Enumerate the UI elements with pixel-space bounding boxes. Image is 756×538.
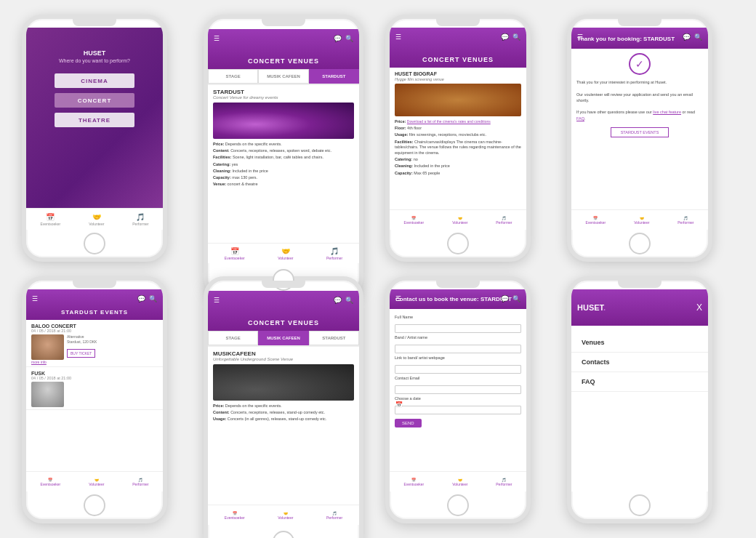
event-image-1 (31, 334, 64, 360)
phone-7: ☰ 💬 🔍 Contact us to book the venue: STAR… (385, 276, 531, 523)
bnav-performer-4[interactable]: 🎵 Performer (677, 216, 693, 225)
nav-label-1a: Eventsoeker (40, 222, 60, 226)
nav-eventsoekar-1[interactable]: 📅 Eventsoeker (40, 213, 60, 226)
input-band[interactable] (395, 345, 521, 353)
chat-icon-6[interactable]: 💬 (334, 297, 342, 304)
menu-item-faq[interactable]: FAQ (571, 372, 708, 392)
home-btn-8[interactable] (629, 494, 651, 516)
menu-icon-4[interactable]: ☰ (577, 33, 583, 41)
bnav-eventsoeker-5[interactable]: 📅 Eventsoeker (40, 478, 60, 486)
menu-icon-2[interactable]: ☰ (214, 35, 220, 42)
bnav-label-2a: Eventsoeker (225, 256, 245, 260)
detail-capacity-2: Capacity: max 130 pers. (213, 175, 354, 181)
bnav-label-6c: Performer (326, 515, 342, 520)
bnav-eventsoeker-6[interactable]: 📅 Eventsoeker (225, 511, 245, 520)
menu-icon-7[interactable]: ☰ (395, 295, 401, 302)
bnav-performer-2[interactable]: 🎵 Performer (326, 247, 342, 260)
faq-link[interactable]: FAQ (576, 116, 584, 121)
checkmark-icon: ✓ (629, 53, 651, 75)
search-icon-3[interactable]: 🔍 (512, 33, 520, 41)
bnav-performer-7[interactable]: 🎵 Performer (496, 478, 512, 486)
theatre-button[interactable]: THEATRE (55, 113, 134, 127)
bnav-volunteer-3[interactable]: 🤝 Volunteer (452, 216, 467, 225)
landing-title: HUSET (84, 49, 106, 57)
home-btn-1[interactable] (84, 233, 105, 254)
chat-icon-7[interactable]: 💬 (501, 295, 509, 302)
tab-stage-2[interactable]: STAGE (208, 69, 258, 84)
close-menu-button[interactable]: X (696, 302, 702, 313)
send-button[interactable]: SEND (395, 419, 422, 427)
event-item-2: FUSK 04 / 05 / 2018 at 21:00 (26, 367, 163, 410)
musikcafeen-title: CONCERT VENUES (248, 319, 319, 326)
home-btn-4[interactable] (629, 233, 651, 254)
event-item-1: BALOO CONCERT 04 / 05 / 2018 at 21:00 Al… (26, 320, 163, 367)
bnav-performer-5[interactable]: 🎵 Performer (132, 478, 148, 486)
bnav-eventsoeker-2[interactable]: 📅 Eventsoeker (225, 247, 245, 260)
search-icon-5[interactable]: 🔍 (149, 295, 157, 302)
home-btn-6[interactable] (273, 531, 294, 538)
bnav-label-4c: Performer (677, 220, 693, 225)
live-chat-link[interactable]: live chat feature (653, 110, 681, 114)
input-date[interactable] (395, 406, 521, 414)
input-email[interactable] (395, 385, 521, 394)
input-fullname[interactable] (395, 324, 521, 333)
tab-stardust-6[interactable]: STARDUST (309, 331, 359, 345)
chat-icon-4[interactable]: 💬 (683, 33, 691, 41)
menu-icon-6[interactable]: ☰ (214, 297, 220, 304)
contact-form-screen: ☰ 💬 🔍 Contact us to book the venue: STAR… (390, 289, 526, 491)
bnav-eventsoeker-4[interactable]: 📅 Eventsoeker (585, 216, 606, 225)
header-icons-6: 💬 🔍 (334, 297, 353, 304)
volunteer-icon: 🤝 (92, 213, 101, 221)
concert-button[interactable]: CONCERT (55, 93, 134, 108)
chat-icon-5[interactable]: 💬 (137, 295, 145, 302)
search-icon-6[interactable]: 🔍 (345, 297, 353, 304)
menu-icon-3[interactable]: ☰ (395, 33, 401, 41)
bnav-volunteer-7[interactable]: 🤝 Volunteer (452, 478, 467, 486)
bottom-nav-4: 📅 Eventsoeker 🤝 Volunteer 🎵 Performer (571, 209, 708, 230)
menu-item-contacts[interactable]: Contacts (571, 353, 708, 372)
cinema-button[interactable]: CINEMA (55, 73, 134, 88)
bnav-volunteer-6[interactable]: 🤝 Volunteer (278, 511, 293, 520)
contact-header: ☰ 💬 🔍 Contact us to book the venue: STAR… (390, 289, 526, 309)
events-header: ☰ 💬 🔍 STARDUST EVENTS (26, 289, 163, 320)
bnav-performer-6[interactable]: 🎵 Performer (326, 511, 342, 520)
tab-musikcafeen-6[interactable]: MUSIK CAFEEN (258, 331, 308, 345)
more-info-1[interactable]: more info (31, 360, 158, 364)
menu-icon-5[interactable]: ☰ (32, 295, 38, 302)
chat-icon-3[interactable]: 💬 (501, 33, 509, 41)
tab-stage-6[interactable]: STAGE (208, 331, 258, 345)
bnav-eventsoeker-3[interactable]: 📅 Eventsoeker (403, 216, 424, 225)
screen-2: ☰ 💬 🔍 CONCERT VENUES STAGE MUSIK CAFEEN … (208, 29, 359, 263)
nav-performer-1[interactable]: 🎵 Performer (132, 213, 148, 226)
menu-item-venues[interactable]: Venues (571, 333, 708, 353)
bnav-performer-3[interactable]: 🎵 Performer (496, 216, 512, 225)
menu-items-list: Venues Contacts FAQ (571, 326, 708, 491)
tab-musikcafeen-2[interactable]: MUSIK CAFEEN (258, 69, 308, 84)
label-date: Choose a date (395, 396, 521, 401)
search-icon-2[interactable]: 🔍 (345, 35, 353, 42)
bnav-eventsoeker-7[interactable]: 📅 Eventsoeker (403, 478, 424, 486)
buy-ticket-button-1[interactable]: BUY TICKET (67, 349, 95, 358)
tab-row-6: STAGE MUSIK CAFEEN STARDUST (208, 331, 359, 347)
phone-notch-6 (262, 281, 305, 288)
biograf-usage: Usage: film screenings, receptions, movi… (395, 132, 521, 138)
home-btn-5[interactable] (84, 494, 105, 516)
thankyou-body: Thak you for your interestet in performi… (571, 79, 708, 121)
biograf-catering: Catering: no (395, 157, 521, 163)
bnav-volunteer-4[interactable]: 🤝 Volunteer (634, 216, 649, 225)
search-icon-7[interactable]: 🔍 (512, 295, 520, 302)
tab-stardust-2[interactable]: STARDUST (309, 69, 359, 84)
chat-icon-2[interactable]: 💬 (334, 35, 342, 42)
phone-notch-4 (618, 19, 662, 26)
home-btn-7[interactable] (447, 494, 469, 516)
search-icon-4[interactable]: 🔍 (694, 33, 702, 41)
phone-8: HUSET. X Venues Contacts FAQ (567, 276, 712, 523)
input-webpage[interactable] (395, 365, 521, 374)
bnav-volunteer-5[interactable]: 🤝 Volunteer (89, 478, 104, 486)
home-btn-3[interactable] (447, 233, 469, 254)
stardust-events-button[interactable]: STARDUST EVENTS (611, 127, 669, 137)
bnav-volunteer-2[interactable]: 🤝 Volunteer (278, 247, 293, 260)
nav-volunteer-1[interactable]: 🤝 Volunteer (89, 213, 104, 226)
phone-notch-7 (436, 281, 480, 288)
header-icons-4: 💬 🔍 (683, 33, 702, 41)
